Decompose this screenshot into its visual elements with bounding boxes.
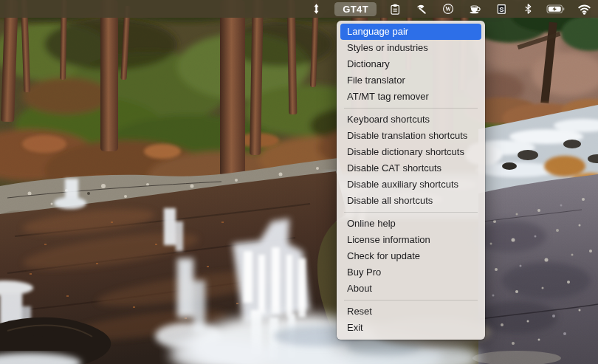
menu-item-file-translator[interactable]: File translator [340,72,481,89]
menu-item-about[interactable]: About [340,281,481,297]
menu-item-disable-cat-shortcuts[interactable]: Disable CAT shortcuts [340,160,481,176]
hammer-icon[interactable] [413,0,430,18]
menubar-app-gt4t[interactable]: GT4T [334,2,377,16]
menu-item-reset[interactable]: Reset [340,303,481,320]
clipboard-icon[interactable] [387,0,403,18]
menu-bar-status-area: GT4T W [308,0,592,18]
wallpaper-forest-waterfall [0,0,598,364]
menu-item-disable-translation-shortcuts[interactable]: Disable translation shortcuts [340,128,481,144]
menu-item-styles-or-industries[interactable]: Styles or industries [340,40,481,56]
menu-item-check-for-update[interactable]: Check for update [340,248,481,264]
bluetooth-icon[interactable] [520,0,536,18]
svg-text:S: S [499,4,504,13]
menu-item-disable-auxiliary-shortcuts[interactable]: Disable auxiliary shortcuts [340,176,481,193]
w-circle-icon[interactable]: W [440,0,456,18]
menu-item-license-information[interactable]: License information [340,232,481,248]
svg-text:W: W [445,6,451,13]
menu-item-language-pair[interactable]: Language pair [340,24,481,40]
updown-arrow-icon[interactable] [308,0,324,18]
s-square-icon[interactable]: S [493,0,509,18]
menu-item-buy-pro[interactable]: Buy Pro [340,264,481,281]
menu-item-disable-dictionary-shortcuts[interactable]: Disable dictionary shortcuts [340,144,481,160]
menu-item-exit[interactable]: Exit [340,320,481,336]
menu-separator [344,300,478,301]
menu-item-keyboard-shortcuts[interactable]: Keyboard shortcuts [340,111,481,128]
menu-item-online-help[interactable]: Online help [340,216,481,232]
wifi-icon[interactable] [576,0,592,18]
menu-item-at-mt-tag-remover[interactable]: AT/MT tag remover [340,89,481,105]
menu-separator [344,212,478,213]
menu-item-dictionary[interactable]: Dictionary [340,56,481,72]
menu-item-disable-all-shortcuts[interactable]: Disable all shortcuts [340,193,481,209]
menu-separator [344,108,478,109]
menu-bar: GT4T W [0,0,598,18]
coffee-cup-icon[interactable] [467,0,483,18]
gt4t-dropdown-menu: Language pair Styles or industries Dicti… [337,21,485,340]
battery-charging-icon[interactable] [546,0,566,18]
